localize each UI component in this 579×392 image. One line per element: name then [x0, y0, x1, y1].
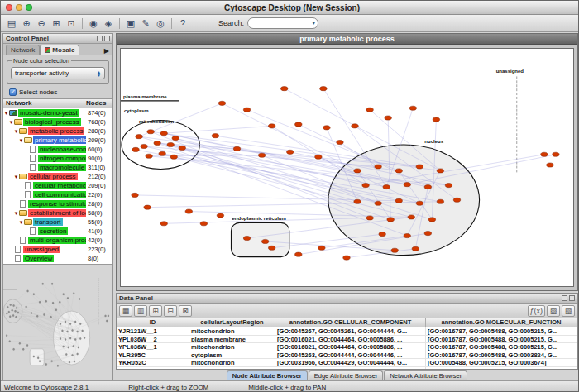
- tree-row[interactable]: unassigned223(0): [3, 245, 112, 254]
- network-node[interactable]: [69, 323, 71, 324]
- table-cell[interactable]: [GO:0045263, GO:0044444, GO:0044446, ...: [275, 351, 426, 359]
- table-cell[interactable]: YJR121W__1: [117, 327, 189, 335]
- network-node[interactable]: [42, 283, 44, 284]
- tree-row[interactable]: multi-organism proces42(0): [3, 236, 112, 245]
- network-node[interactable]: [295, 122, 302, 127]
- network-node[interactable]: [352, 124, 358, 128]
- network-node[interactable]: [45, 300, 47, 302]
- network-node[interactable]: [68, 347, 69, 348]
- zoom-out-icon[interactable]: ⊖: [34, 17, 49, 31]
- table-row[interactable]: YKR052Cmitochondrion[GO:0031966, GO:0044…: [117, 359, 577, 367]
- network-node[interactable]: [160, 222, 167, 226]
- network-node[interactable]: [72, 354, 74, 356]
- network-node[interactable]: [404, 183, 410, 187]
- table-cell[interactable]: [GO:0016787, GO:0005488, GO:0005215, G..…: [426, 327, 577, 335]
- network-node[interactable]: [22, 348, 24, 350]
- network-node[interactable]: [66, 331, 68, 332]
- close-panel-icon[interactable]: [104, 36, 110, 41]
- network-node[interactable]: [45, 363, 47, 365]
- network-node[interactable]: [39, 301, 41, 303]
- search-dropdown-arrow[interactable]: ▾: [313, 20, 316, 26]
- network-node[interactable]: [362, 184, 369, 188]
- network-node[interactable]: [159, 151, 165, 155]
- network-node[interactable]: [366, 216, 373, 220]
- network-node[interactable]: [424, 185, 431, 189]
- network-manager-icon[interactable]: ◈: [101, 17, 116, 31]
- network-node[interactable]: [6, 313, 7, 314]
- network-node[interactable]: [17, 312, 19, 313]
- network-node[interactable]: [541, 152, 548, 156]
- network-node[interactable]: [141, 144, 147, 148]
- network-node[interactable]: [281, 87, 288, 91]
- network-node[interactable]: [412, 246, 419, 251]
- table-cell[interactable]: YDR039C__1: [117, 367, 189, 370]
- network-node[interactable]: [79, 323, 81, 324]
- tree-header-nodes[interactable]: Nodes: [84, 99, 112, 108]
- network-node[interactable]: [258, 153, 265, 157]
- tab-mosaic[interactable]: Mosaic: [40, 45, 79, 55]
- network-node[interactable]: [31, 312, 32, 313]
- network-canvas[interactable]: plasma membranecytoplasmmitochondrionnuc…: [120, 48, 574, 287]
- network-node[interactable]: [50, 316, 52, 318]
- network-node[interactable]: [179, 146, 185, 150]
- close-data-panel-icon[interactable]: [569, 295, 575, 301]
- network-node[interactable]: [65, 338, 66, 340]
- network-node[interactable]: [387, 218, 394, 222]
- network-node[interactable]: [33, 356, 35, 357]
- table-cell[interactable]: [GO:0016787, GO:0005488, GO:0005215, G..…: [426, 336, 577, 343]
- network-node[interactable]: [8, 311, 10, 313]
- tree-expander-icon[interactable]: ▼: [18, 220, 24, 225]
- float-panel-icon[interactable]: [97, 36, 103, 41]
- tree-row[interactable]: cellular metabolic pro209(0): [3, 181, 112, 190]
- tree-row[interactable]: ▼biological_process768(0): [3, 117, 112, 127]
- network-node[interactable]: [57, 365, 59, 366]
- network-node[interactable]: [404, 234, 410, 238]
- zoom-in-icon[interactable]: ⊕: [19, 17, 34, 31]
- network-node[interactable]: [43, 313, 45, 315]
- tree-expander-icon[interactable]: ▼: [13, 174, 19, 179]
- network-node[interactable]: [59, 301, 60, 303]
- network-node[interactable]: [375, 165, 381, 169]
- print-icon[interactable]: ▤: [4, 17, 19, 31]
- network-node[interactable]: [261, 239, 268, 243]
- column-header[interactable]: ID: [117, 318, 189, 327]
- tree-row[interactable]: secretion41(0): [3, 227, 112, 236]
- network-node[interactable]: [60, 337, 61, 339]
- table-cell[interactable]: [GO:0005488, GO:0005215, GO:0003674]: [426, 359, 577, 366]
- attribute-dropdown[interactable]: transporter activity ▲▼: [11, 67, 105, 79]
- network-node[interactable]: [379, 232, 385, 237]
- network-node[interactable]: [72, 329, 74, 331]
- tree-row[interactable]: Overview8(0): [3, 254, 112, 263]
- network-node[interactable]: [74, 361, 75, 362]
- tree-row[interactable]: response to stimulus28(0): [3, 199, 112, 208]
- table-cell[interactable]: YPL036W__2: [117, 336, 189, 343]
- float-data-panel-icon[interactable]: [562, 295, 567, 301]
- open-folder-icon[interactable]: ▧: [562, 305, 575, 317]
- table-row[interactable]: YPL036W__1mitochondrion[GO:0016021, GO:0…: [117, 343, 577, 351]
- table-row[interactable]: YLR295Ccytoplasm[GO:0045263, GO:0044444,…: [117, 351, 577, 360]
- network-node[interactable]: [132, 193, 138, 197]
- network-node[interactable]: [82, 330, 84, 332]
- table-cell[interactable]: mitochondrion: [189, 367, 275, 370]
- network-node[interactable]: [105, 315, 107, 317]
- tree-expander-icon[interactable]: ▼: [13, 129, 19, 134]
- network-node[interactable]: [320, 87, 327, 91]
- tree-row[interactable]: ▼mosaic-demo-yeast874(0): [3, 108, 112, 117]
- network-node[interactable]: [108, 315, 109, 317]
- network-node[interactable]: [385, 116, 391, 120]
- network-node[interactable]: [51, 283, 53, 284]
- select-attributes-icon[interactable]: ▦: [119, 305, 132, 317]
- network-node[interactable]: [553, 152, 559, 156]
- tree-row[interactable]: ▼transport55(0): [3, 218, 112, 227]
- tree-expander-icon[interactable]: ▼: [18, 138, 24, 143]
- network-node[interactable]: [337, 140, 343, 144]
- network-node[interactable]: [437, 199, 443, 203]
- table-row[interactable]: YPL036W__2plasma membrane[GO:0016021, GO…: [117, 336, 577, 344]
- network-node[interactable]: [318, 246, 325, 250]
- network-node[interactable]: [416, 165, 423, 169]
- network-node[interactable]: [323, 126, 330, 130]
- network-node[interactable]: [233, 146, 240, 151]
- zoom-selected-icon[interactable]: ⊡: [64, 17, 79, 31]
- tree-row[interactable]: cell communication22(0): [3, 190, 112, 199]
- network-node[interactable]: [16, 307, 17, 308]
